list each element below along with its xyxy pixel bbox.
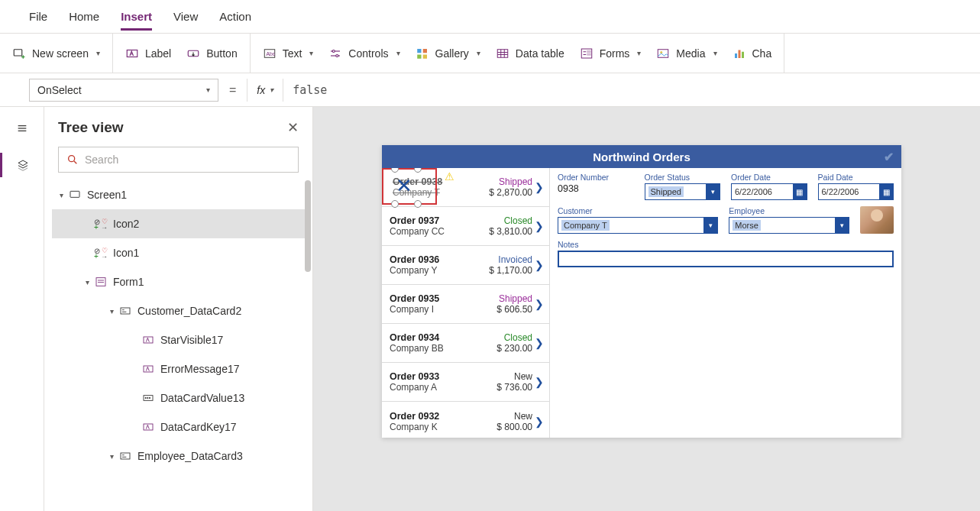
chevron-down-icon: ▾ bbox=[713, 49, 717, 57]
tree-view-title: Tree view bbox=[58, 119, 124, 136]
caret-down-icon: ▾ bbox=[55, 191, 67, 199]
field-order-date[interactable]: Order Date 6/22/2006▦ bbox=[731, 173, 807, 200]
tree-item-icon2[interactable]: ⊘♡+→ Icon2 bbox=[52, 209, 305, 238]
controls-button[interactable]: Controls▾ bbox=[328, 47, 399, 60]
svg-line-34 bbox=[74, 161, 76, 163]
menu-file[interactable]: File bbox=[29, 2, 47, 31]
tree-item-icon1[interactable]: ⊘♡+→ Icon1 bbox=[52, 238, 305, 267]
table-icon bbox=[496, 47, 509, 60]
charts-button[interactable]: Cha bbox=[733, 47, 772, 60]
close-icon: ✕ bbox=[287, 120, 299, 135]
hamburger-button[interactable] bbox=[10, 116, 34, 141]
svg-rect-29 bbox=[742, 51, 744, 57]
app-preview: Northwind Orders ✔ ✕ ⚠ Order 0938 Compan… bbox=[382, 145, 901, 438]
svg-rect-11 bbox=[417, 49, 421, 53]
order-row[interactable]: Order 0932Company K New$ 800.00 ❯ bbox=[382, 402, 549, 438]
cancel-icon[interactable]: ✕ bbox=[396, 174, 412, 198]
svg-rect-39 bbox=[121, 308, 130, 314]
datatable-button[interactable]: Data table bbox=[496, 47, 564, 60]
order-row[interactable]: Order 0935Company I Shipped$ 606.50 ❯ bbox=[382, 285, 549, 324]
chevron-right-icon: ❯ bbox=[532, 298, 546, 310]
canvas[interactable]: Northwind Orders ✔ ✕ ⚠ Order 0938 Compan… bbox=[313, 107, 980, 511]
menu-action[interactable]: Action bbox=[219, 2, 251, 31]
forms-icon bbox=[580, 47, 593, 60]
field-order-status[interactable]: Order Status Shipped▾ bbox=[645, 173, 721, 200]
order-row[interactable]: Order 0937Company CC Closed$ 3,810.00 ❯ bbox=[382, 207, 549, 246]
svg-rect-25 bbox=[658, 49, 669, 57]
svg-rect-36 bbox=[96, 278, 105, 286]
tree-item-customer-datacard2[interactable]: ▾ Customer_DataCard2 bbox=[52, 296, 305, 325]
tree-item-errormessage17[interactable]: ErrorMessage17 bbox=[52, 354, 305, 383]
order-row[interactable]: Order 0936Company Y Invoiced$ 1,170.00 ❯ bbox=[382, 246, 549, 285]
order-gallery[interactable]: ✕ ⚠ Order 0938 Company T Shipped$ 2,870.… bbox=[382, 168, 550, 438]
formula-bar: OnSelect ▾ = fx ▾ false bbox=[0, 73, 980, 107]
equals-sign: = bbox=[229, 83, 236, 97]
field-order-number: Order Number 0938 bbox=[558, 173, 634, 200]
screen-icon bbox=[67, 189, 82, 201]
chevron-down-icon: ▾ bbox=[309, 49, 313, 57]
svg-rect-27 bbox=[735, 53, 737, 58]
field-customer[interactable]: Customer Company T▾ bbox=[558, 206, 718, 234]
chevron-down-icon: ▾ bbox=[835, 218, 849, 233]
svg-rect-13 bbox=[417, 54, 421, 58]
field-paid-date[interactable]: Paid Date 6/22/2006▦ bbox=[818, 173, 894, 200]
caret-down-icon: ▾ bbox=[81, 278, 93, 286]
label-icon bbox=[125, 47, 139, 60]
search-icon bbox=[66, 154, 79, 166]
svg-point-8 bbox=[333, 50, 335, 52]
svg-rect-0 bbox=[14, 49, 22, 55]
fx-button[interactable]: fx ▾ bbox=[247, 79, 283, 102]
menu-home[interactable]: Home bbox=[69, 2, 99, 31]
icon-combo-icon: ⊘♡+→ bbox=[93, 218, 108, 230]
text-button[interactable]: Abc Text▾ bbox=[263, 47, 314, 60]
tree-item-form1[interactable]: ▾ Form1 bbox=[52, 267, 305, 296]
field-notes[interactable]: Notes bbox=[558, 240, 894, 267]
tree-search-input[interactable]: Search bbox=[58, 147, 299, 173]
menubar: File Home Insert View Action bbox=[0, 0, 980, 34]
tree-view-panel: Tree view ✕ Search ▾ Screen1 ⊘♡+→ Icon2 … bbox=[44, 107, 313, 511]
chevron-down-icon: ▾ bbox=[396, 49, 400, 57]
forms-button[interactable]: Forms▾ bbox=[580, 47, 642, 60]
label-icon bbox=[141, 363, 156, 375]
close-panel-button[interactable]: ✕ bbox=[287, 119, 299, 136]
screen-plus-icon bbox=[12, 47, 26, 60]
chart-icon bbox=[733, 47, 746, 60]
svg-rect-15 bbox=[497, 49, 508, 57]
tree-item-datacardvalue13[interactable]: DataCardValue13 bbox=[52, 383, 305, 412]
tree-item-screen1[interactable]: ▾ Screen1 bbox=[52, 180, 305, 209]
formula-input[interactable]: false bbox=[283, 79, 980, 102]
field-employee[interactable]: Employee Morse▾ bbox=[729, 206, 849, 234]
new-screen-button[interactable]: New screen▾ bbox=[12, 47, 100, 60]
treeview-rail-button[interactable] bbox=[0, 153, 44, 177]
chevron-right-icon: ❯ bbox=[532, 181, 546, 193]
gallery-button[interactable]: Gallery▾ bbox=[416, 47, 480, 60]
svg-rect-24 bbox=[587, 53, 590, 55]
svg-rect-12 bbox=[422, 49, 426, 53]
order-row[interactable]: Order 0933Company A New$ 736.00 ❯ bbox=[382, 363, 549, 402]
svg-point-10 bbox=[336, 54, 338, 57]
tree-item-starvisible17[interactable]: StarVisible17 bbox=[52, 325, 305, 354]
chevron-down-icon: ▾ bbox=[637, 49, 641, 57]
chevron-down-icon: ▾ bbox=[706, 184, 720, 199]
checkmark-icon[interactable]: ✔ bbox=[884, 150, 894, 164]
chevron-right-icon: ❯ bbox=[532, 337, 546, 349]
chevron-right-icon: ❯ bbox=[532, 220, 546, 232]
tree-item-employee-datacard3[interactable]: ▾ Employee_DataCard3 bbox=[52, 441, 305, 471]
label-button[interactable]: Label bbox=[125, 47, 171, 60]
chevron-down-icon: ▾ bbox=[206, 86, 210, 94]
tree-scrollbar[interactable] bbox=[305, 180, 311, 272]
property-selector[interactable]: OnSelect ▾ bbox=[29, 79, 218, 102]
combobox-icon bbox=[141, 392, 156, 404]
button-button[interactable]: Button bbox=[186, 47, 237, 60]
svg-point-47 bbox=[149, 397, 150, 398]
form-icon bbox=[93, 276, 108, 288]
menu-view[interactable]: View bbox=[173, 2, 198, 31]
chevron-down-icon: ▾ bbox=[96, 49, 100, 57]
tree-item-datacardkey17[interactable]: DataCardKey17 bbox=[52, 412, 305, 441]
menu-insert[interactable]: Insert bbox=[121, 2, 152, 31]
media-button[interactable]: Media▾ bbox=[656, 47, 716, 60]
order-row[interactable]: Order 0934Company BB Closed$ 230.00 ❯ bbox=[382, 324, 549, 363]
caret-down-icon: ▾ bbox=[105, 452, 118, 461]
calendar-icon: ▦ bbox=[793, 184, 807, 199]
order-row[interactable]: ✕ ⚠ Order 0938 Company T Shipped$ 2,870.… bbox=[382, 168, 549, 207]
